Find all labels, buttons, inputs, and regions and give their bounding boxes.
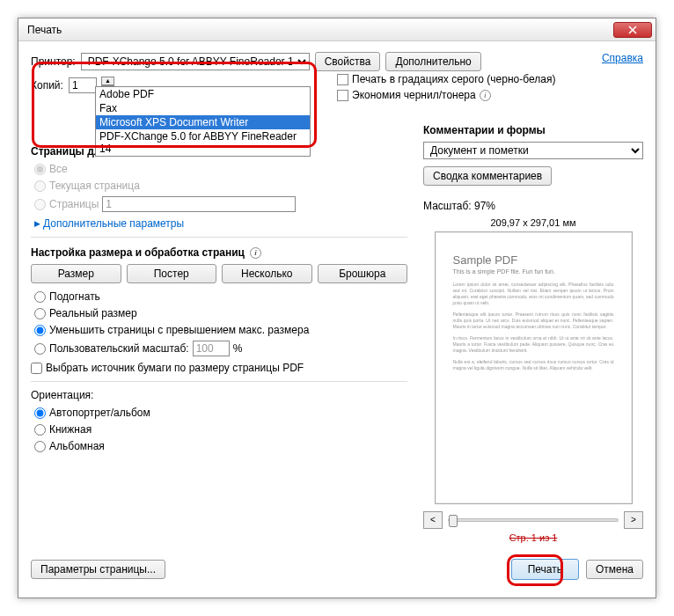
actual-radio[interactable] bbox=[34, 308, 46, 319]
window-title: Печать bbox=[27, 24, 613, 36]
copies-label: Копий: bbox=[31, 79, 63, 92]
fit-radio[interactable] bbox=[34, 291, 46, 303]
titlebar: Печать bbox=[18, 18, 656, 41]
orientation-title: Ориентация: bbox=[31, 389, 407, 401]
info-icon[interactable]: i bbox=[480, 90, 491, 101]
properties-button[interactable]: Свойства bbox=[315, 52, 381, 71]
help-link[interactable]: Справка bbox=[602, 52, 643, 64]
printer-select[interactable]: PDF-XChange 5.0 for ABBYY FineReader 14 bbox=[81, 53, 310, 70]
slider-thumb[interactable] bbox=[449, 515, 458, 527]
prev-page-button[interactable]: < bbox=[423, 511, 443, 529]
print-button[interactable]: Печать bbox=[511, 559, 579, 580]
pages-current-radio[interactable] bbox=[34, 180, 46, 192]
pages-range-radio[interactable] bbox=[34, 199, 46, 210]
page-setup-button[interactable]: Параметры страницы... bbox=[31, 560, 165, 579]
page-slider[interactable] bbox=[448, 518, 619, 522]
ink-economy-label: Экономия чернил/тонера bbox=[352, 89, 476, 101]
close-button[interactable] bbox=[613, 22, 652, 38]
orientation-portrait-radio[interactable] bbox=[34, 424, 46, 436]
pages-range-input[interactable] bbox=[102, 196, 296, 212]
more-options-toggle[interactable]: ▶Дополнительные параметры bbox=[34, 217, 407, 230]
booklet-button[interactable]: Брошюра bbox=[318, 264, 408, 283]
custom-scale-radio[interactable] bbox=[34, 343, 46, 355]
comments-select[interactable]: Документ и пометки bbox=[423, 142, 643, 159]
shrink-radio[interactable] bbox=[34, 325, 46, 336]
orientation-auto-radio[interactable] bbox=[34, 407, 46, 419]
page-dimensions: 209,97 x 297,01 мм bbox=[423, 217, 643, 228]
dropdown-item-selected[interactable]: Microsoft XPS Document Writer bbox=[96, 115, 310, 129]
printer-dropdown-list: Adobe PDF Fax Microsoft XPS Document Wri… bbox=[95, 86, 311, 157]
dropdown-item[interactable]: Fax bbox=[96, 101, 310, 115]
multiple-button[interactable]: Несколько bbox=[222, 264, 312, 283]
comments-summary-button[interactable]: Сводка комментариев bbox=[423, 166, 552, 186]
chevron-right-icon: ▶ bbox=[34, 219, 40, 228]
page-preview: Sample PDF This is a simple PDF file. Fu… bbox=[435, 231, 633, 504]
custom-scale-input[interactable] bbox=[193, 341, 230, 356]
comments-title: Комментарии и формы bbox=[423, 124, 643, 136]
printer-label: Принтер: bbox=[31, 55, 76, 68]
info-icon[interactable]: i bbox=[250, 247, 261, 259]
dropdown-item[interactable]: PDF-XChange 5.0 for ABBYY FineReader 14 bbox=[96, 129, 310, 156]
orientation-landscape-radio[interactable] bbox=[34, 441, 46, 452]
cancel-button[interactable]: Отмена bbox=[586, 560, 643, 579]
grayscale-label: Печать в градациях серого (черно-белая) bbox=[352, 73, 555, 85]
page-counter: Стр. 1 из 1 bbox=[423, 532, 643, 543]
pages-all-radio[interactable] bbox=[34, 164, 46, 175]
dropdown-item[interactable]: Adobe PDF bbox=[96, 87, 310, 101]
ink-economy-checkbox[interactable] bbox=[337, 90, 348, 101]
size-button[interactable]: Размер bbox=[31, 264, 121, 283]
next-page-button[interactable]: > bbox=[624, 511, 643, 529]
sizing-title: Настройка размера и обработка страниц bbox=[31, 246, 245, 259]
scale-text: Масштаб: 97% bbox=[423, 200, 643, 212]
poster-button[interactable]: Постер bbox=[127, 264, 217, 283]
grayscale-checkbox[interactable] bbox=[337, 74, 348, 85]
copies-input[interactable] bbox=[69, 77, 97, 93]
paper-source-checkbox[interactable] bbox=[31, 363, 42, 374]
